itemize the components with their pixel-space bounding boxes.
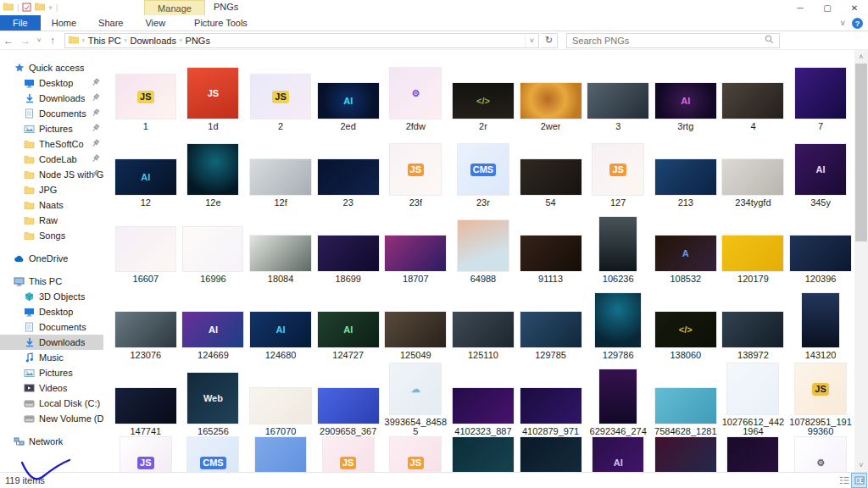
file-item-23r[interactable]: CMS23r bbox=[449, 131, 517, 208]
file-item[interactable] bbox=[449, 436, 517, 472]
file-item-129785[interactable]: 129785 bbox=[517, 284, 585, 360]
tab-home[interactable]: Home bbox=[41, 15, 87, 30]
file-item-345y[interactable]: AI345y bbox=[787, 131, 854, 208]
file-item-2[interactable]: JS2 bbox=[247, 53, 314, 131]
sidebar-item-music[interactable]: Music bbox=[0, 350, 103, 365]
tab-share[interactable]: Share bbox=[87, 15, 134, 30]
file-item-234tygfd[interactable]: 234tygfd bbox=[720, 131, 787, 208]
details-view-button[interactable] bbox=[837, 474, 851, 487]
file-item-4102323_887[interactable]: 4102323_887 bbox=[449, 360, 517, 436]
file-item[interactable]: JS bbox=[314, 436, 382, 472]
file-item-12e[interactable]: 12e bbox=[180, 131, 248, 208]
file-item[interactable] bbox=[652, 436, 720, 472]
sidebar-item-local-disk-c-[interactable]: Local Disk (C:) bbox=[0, 396, 103, 411]
help-icon[interactable]: ? bbox=[852, 18, 863, 29]
sidebar-item-desktop[interactable]: Desktop bbox=[0, 75, 103, 91]
sidebar-item-naats[interactable]: Naats bbox=[0, 197, 103, 213]
file-item-16996[interactable]: 16996 bbox=[180, 208, 248, 284]
refresh-icon[interactable]: ↻ bbox=[541, 33, 558, 48]
file-item-120179[interactable]: 120179 bbox=[720, 208, 787, 284]
sidebar-item-documents[interactable]: Documents bbox=[0, 319, 103, 335]
thumbnails-view-button[interactable] bbox=[852, 474, 866, 487]
file-item-138972[interactable]: 138972 bbox=[720, 284, 787, 360]
file-item[interactable]: JS bbox=[112, 436, 180, 472]
file-item-2wer[interactable]: 2wer bbox=[517, 53, 585, 131]
file-item-124727[interactable]: AI124727 bbox=[314, 284, 382, 360]
file-item-2909658_367[interactable]: 2909658_367 bbox=[314, 360, 382, 436]
file-item[interactable]: CMS bbox=[180, 436, 248, 472]
file-item-10276612_4421964[interactable]: 10276612_4421964 bbox=[720, 360, 787, 436]
file-item[interactable]: ⚙ bbox=[787, 436, 854, 472]
file-item-23[interactable]: 23 bbox=[314, 131, 382, 208]
file-item-23f[interactable]: JS23f bbox=[382, 131, 450, 208]
file-item-7[interactable]: 7 bbox=[787, 53, 854, 131]
tab-view[interactable]: View bbox=[134, 15, 176, 30]
minimize-button[interactable]: ─ bbox=[787, 0, 814, 15]
file-item-18084[interactable]: 18084 bbox=[247, 208, 314, 284]
recent-locations-caret[interactable]: ˅ bbox=[34, 36, 44, 44]
file-item-91113[interactable]: 91113 bbox=[517, 208, 585, 284]
file-item-106236[interactable]: 106236 bbox=[584, 208, 652, 284]
file-item-127[interactable]: JS127 bbox=[584, 131, 652, 208]
file-item[interactable]: AI bbox=[584, 436, 652, 472]
sidebar-item-quick-access[interactable]: Quick access bbox=[0, 60, 103, 75]
breadcrumb-downloads[interactable]: Downloads bbox=[130, 36, 175, 46]
address-dropdown-caret[interactable]: ˅ bbox=[525, 34, 538, 47]
breadcrumb-pngs[interactable]: PNGs bbox=[186, 36, 210, 46]
sidebar-item-3d-objects[interactable]: 3D Objects bbox=[0, 289, 103, 304]
file-item-3[interactable]: 3 bbox=[584, 53, 652, 131]
address-bar[interactable]: › This PC › Downloads › PNGs ˅ bbox=[64, 33, 539, 48]
sidebar-item-downloads[interactable]: Downloads bbox=[0, 335, 103, 350]
file-item-12f[interactable]: 12f bbox=[247, 131, 314, 208]
sidebar-item-downloads[interactable]: Downloads bbox=[0, 91, 103, 106]
file-item[interactable] bbox=[720, 436, 787, 472]
file-item[interactable] bbox=[517, 436, 585, 472]
file-item-108532[interactable]: A108532 bbox=[652, 208, 720, 284]
forward-icon[interactable]: → bbox=[17, 35, 34, 47]
file-item-4[interactable]: 4 bbox=[720, 53, 787, 131]
sidebar-item-jpg[interactable]: JPG bbox=[0, 182, 103, 197]
sidebar-item-node-js-with-gp[interactable]: Node JS with GP bbox=[0, 167, 103, 182]
file-item-1[interactable]: JS1 bbox=[112, 53, 180, 131]
file-item-16607[interactable]: 16607 bbox=[112, 208, 180, 284]
file-item-123076[interactable]: 123076 bbox=[112, 284, 180, 360]
properties-icon[interactable] bbox=[22, 3, 31, 14]
file-item-125049[interactable]: 125049 bbox=[382, 284, 450, 360]
file-item-138060[interactable]: </>138060 bbox=[652, 284, 720, 360]
vertical-scrollbar[interactable]: ˄ ˅ bbox=[854, 50, 868, 472]
file-item-18707[interactable]: 18707 bbox=[382, 208, 450, 284]
sidebar-item-new-volume-d-[interactable]: New Volume (D:) bbox=[0, 411, 103, 426]
manage-contextual-tab[interactable]: Manage bbox=[144, 0, 205, 15]
sidebar-item-onedrive[interactable]: OneDrive bbox=[0, 251, 103, 266]
file-tab[interactable]: File bbox=[0, 15, 41, 30]
file-item-147741[interactable]: 147741 bbox=[112, 360, 180, 436]
file-item-120396[interactable]: 120396 bbox=[787, 208, 854, 284]
file-item-12[interactable]: AI12 bbox=[112, 131, 180, 208]
back-icon[interactable]: ← bbox=[0, 35, 17, 47]
file-item-3rtg[interactable]: AI3rtg bbox=[652, 53, 720, 131]
ribbon-collapse-icon[interactable]: ˅ bbox=[840, 19, 845, 28]
close-button[interactable]: ✕ bbox=[841, 0, 868, 15]
file-item-64988[interactable]: 64988 bbox=[449, 208, 517, 284]
file-item-6292346_274[interactable]: 6292346_274 bbox=[584, 360, 652, 436]
file-item-3993654_84585[interactable]: ☁3993654_84585 bbox=[382, 360, 450, 436]
customize-quick-access-caret[interactable]: ▾ bbox=[48, 3, 53, 12]
sidebar-item-desktop[interactable]: Desktop bbox=[0, 304, 103, 319]
sidebar-item-songs[interactable]: Songs bbox=[0, 228, 103, 243]
sidebar-item-network[interactable]: Network bbox=[0, 434, 103, 449]
file-item-2ed[interactable]: AI2ed bbox=[314, 53, 382, 131]
scroll-down-icon[interactable]: ˅ bbox=[854, 458, 868, 472]
scroll-up-icon[interactable]: ˄ bbox=[854, 50, 868, 64]
sidebar-item-thesoftco[interactable]: TheSoftCo bbox=[0, 136, 103, 152]
sidebar-item-this-pc[interactable]: This PC bbox=[0, 274, 103, 289]
file-item-10782951_19199360[interactable]: JS10782951_19199360 bbox=[787, 360, 854, 436]
file-item-124669[interactable]: AI124669 bbox=[180, 284, 248, 360]
search-icon[interactable] bbox=[765, 35, 774, 46]
file-item-143120[interactable]: 143120 bbox=[787, 284, 854, 360]
search-input[interactable]: Search PNGs bbox=[566, 33, 780, 48]
file-item[interactable]: JS bbox=[382, 436, 450, 472]
file-item-4102879_971[interactable]: 4102879_971 bbox=[517, 360, 585, 436]
folder-icon[interactable] bbox=[3, 3, 14, 13]
file-item-167070[interactable]: 167070 bbox=[247, 360, 314, 436]
file-item-213[interactable]: 213 bbox=[652, 131, 720, 208]
